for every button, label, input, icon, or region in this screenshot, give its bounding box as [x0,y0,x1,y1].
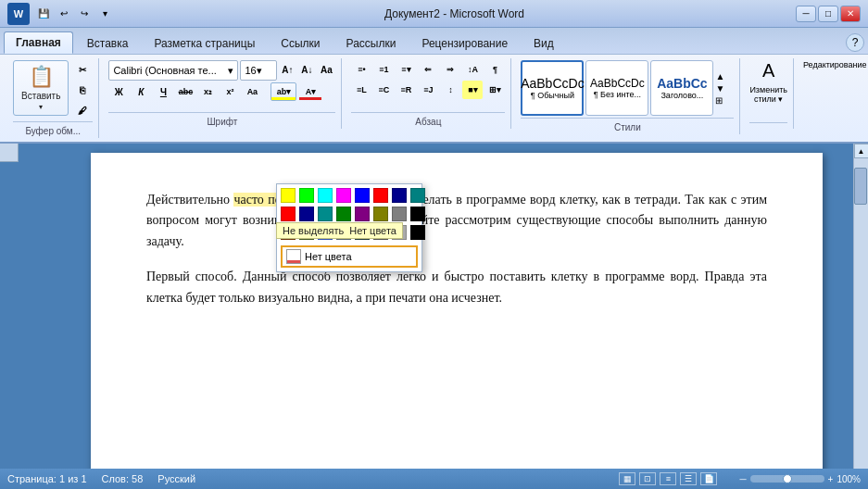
highlight-color-button[interactable]: ab ▾ [270,82,296,101]
clear-format-button[interactable]: Aa [317,60,335,79]
scroll-track[interactable] [854,158,868,481]
justify-button[interactable]: ≡J [418,81,438,99]
color-olive[interactable] [373,207,388,221]
styles-up[interactable]: ▲ [715,71,734,82]
font-size-selector[interactable]: 16 ▾ [240,60,277,81]
zoom-thumb[interactable] [783,474,792,483]
zoom-slider[interactable] [750,475,824,483]
font-color-dropdown[interactable]: ▾ [311,87,316,96]
font-dropdown-icon[interactable]: ▾ [228,65,233,77]
color-slategray[interactable] [336,225,351,240]
paragraph-group: ≡• ≡1 ≡▾ ⇐ ⇒ ↕A ¶ ≡L ≡C ≡R ≡J ↕ ■▾ ⊞▾ Аб… [346,58,511,129]
print-layout-button[interactable]: ▦ [619,472,635,485]
color-darkblue[interactable] [392,188,407,203]
style-heading1[interactable]: AaBbCc Заголово... [650,60,713,116]
web-layout-button[interactable]: ≡ [660,472,676,485]
align-left-button[interactable]: ≡L [351,81,371,99]
close-button[interactable]: ✕ [840,6,861,22]
align-right-button[interactable]: ≡R [396,81,416,99]
font-size-dropdown[interactable]: ▾ [257,65,262,77]
color-royalblue[interactable] [318,225,333,240]
tab-mailings[interactable]: Рассылки [334,32,409,54]
strikethrough-button[interactable]: abc [175,82,195,101]
numbering-button[interactable]: ≡1 [373,60,394,79]
save-btn[interactable]: 💾 [35,6,52,22]
scroll-thumb[interactable] [854,168,867,205]
draft-button[interactable]: 📄 [700,472,717,485]
font-color-button[interactable]: A ▾ [298,82,322,101]
tab-home[interactable]: Главная [4,31,73,54]
borders-button[interactable]: ⊞▾ [484,81,505,99]
subscript-button[interactable]: x₂ [197,82,218,101]
vertical-scrollbar[interactable]: ▲ ▼ [853,144,868,489]
styles-expand[interactable]: ⊞ [715,95,734,106]
align-center-button[interactable]: ≡C [373,81,394,99]
show-marks-button[interactable]: ¶ [484,60,505,79]
color-cyan[interactable] [318,188,333,203]
color-dimgray[interactable] [373,225,388,240]
decrease-font-button[interactable]: A↓ [297,60,316,79]
paste-button[interactable]: 📋 Вставить ▾ [13,60,69,116]
shading-button[interactable]: ■▾ [462,81,483,99]
zoom-in-button[interactable]: + [828,474,834,484]
color-darkolive[interactable] [299,225,314,240]
line-spacing-button[interactable]: ↕ [440,81,460,99]
color-gray[interactable] [392,207,407,221]
decrease-indent-button[interactable]: ⇐ [418,60,438,79]
underline-button[interactable]: Ч [153,82,173,101]
color-yellow[interactable] [281,188,296,203]
color-navy[interactable] [299,207,314,221]
sort-button[interactable]: ↕A [462,60,483,79]
font-name-selector[interactable]: Calibri (Основная те... ▾ [108,60,238,81]
change-case-button[interactable]: Aa [242,82,262,101]
outline-button[interactable]: ☰ [680,472,697,485]
bullets-button[interactable]: ≡• [351,60,371,79]
bold-button[interactable]: Ж [108,82,129,101]
highlight-dropdown[interactable]: ▾ [286,87,291,96]
tab-page-layout[interactable]: Разметка страницы [142,32,267,54]
increase-indent-button[interactable]: ⇒ [440,60,460,79]
editing-button[interactable]: Редактирование [803,60,867,69]
zoom-out-button[interactable]: ─ [739,474,746,484]
undo-btn[interactable]: ↩ [56,6,72,22]
color-darkcyan[interactable] [318,207,333,221]
color-darkgray[interactable] [392,225,407,240]
color-darkslate[interactable] [355,225,370,240]
color-teal[interactable] [410,188,425,203]
format-painter-button[interactable]: 🖌 [72,101,93,119]
color-lime[interactable] [299,188,314,203]
color-black2[interactable] [410,225,425,240]
scroll-up-button[interactable]: ▲ [854,144,869,158]
italic-button[interactable]: К [131,82,151,101]
change-styles-button[interactable]: Изменитьстили ▾ [749,85,787,104]
color-blue[interactable] [355,188,370,203]
customize-btn[interactable]: ▾ [96,6,113,22]
styles-down[interactable]: ▼ [715,83,734,94]
help-button[interactable]: ? [846,33,864,52]
color-red2[interactable] [281,207,296,221]
style-no-spacing[interactable]: AaBbCcDc ¶ Без инте... [585,60,648,116]
color-brown[interactable] [281,225,296,240]
color-black[interactable] [410,207,425,221]
copy-button[interactable]: ⎘ [72,81,93,99]
color-purple[interactable] [355,207,370,221]
full-screen-button[interactable]: ⊡ [639,472,656,485]
style-normal[interactable]: AaBbCcDc ¶ Обычный [521,60,584,116]
tab-view[interactable]: Вид [522,32,566,54]
tab-insert[interactable]: Вставка [75,32,141,54]
color-green[interactable] [336,207,351,221]
no-color-button[interactable]: Нет цвета [281,245,418,268]
tab-references[interactable]: Ссылки [269,32,332,54]
multilevel-button[interactable]: ≡▾ [396,60,416,79]
color-magenta[interactable] [336,188,351,203]
maximize-button[interactable]: □ [818,6,838,22]
minimize-button[interactable]: ─ [796,6,816,22]
redo-btn[interactable]: ↪ [76,6,93,22]
increase-font-button[interactable]: A↑ [278,60,296,79]
tab-review[interactable]: Рецензирование [409,32,520,54]
superscript-button[interactable]: x² [220,82,240,101]
para-row1: ≡• ≡1 ≡▾ ⇐ ⇒ ↕A ¶ [351,60,505,79]
color-red[interactable] [373,188,388,203]
para-row2: ≡L ≡C ≡R ≡J ↕ ■▾ ⊞▾ [351,81,505,99]
cut-button[interactable]: ✂ [72,60,93,79]
